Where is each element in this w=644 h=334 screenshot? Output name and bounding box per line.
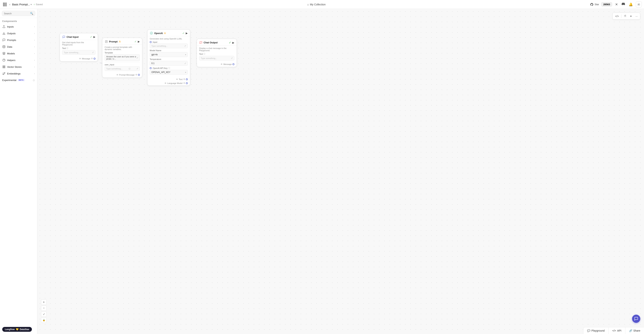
chevron-down-icon: ▾ bbox=[185, 54, 186, 56]
share-icon: 🔗 bbox=[629, 329, 632, 332]
eye-icon: 👁 bbox=[164, 82, 166, 84]
search-icon: 🔍 bbox=[30, 12, 33, 15]
play-button[interactable]: ▶ bbox=[232, 41, 234, 44]
chat-output-node[interactable]: Chat Output ✓ ▶ Display a chat message i… bbox=[197, 39, 237, 67]
input-label: Input bbox=[153, 41, 157, 43]
sidebar-item-vector-stores[interactable]: Vector Stores › bbox=[0, 63, 37, 70]
heart-icon: 💛 bbox=[16, 328, 19, 331]
discord-button[interactable] bbox=[621, 1, 626, 7]
port-label: Message bbox=[82, 57, 90, 60]
play-button[interactable]: ▶ bbox=[138, 40, 140, 43]
sidebar-item-models[interactable]: Models › bbox=[0, 50, 37, 57]
port-label: Message bbox=[223, 63, 232, 65]
node-body: Get chat inputs from the Playground. Tex… bbox=[60, 40, 98, 57]
node-description: Create a prompt template with dynamic va… bbox=[104, 46, 140, 50]
chat-input-node[interactable]: Chat Input ✓ ▶ Get chat inputs from the … bbox=[60, 33, 98, 61]
github-link[interactable]: Star bbox=[590, 3, 599, 6]
api-key-select[interactable]: OPENAI_API_KEY ▾ bbox=[150, 70, 188, 75]
svg-point-2 bbox=[6, 3, 6, 3]
sidebar-item-data[interactable]: Data › bbox=[0, 43, 37, 50]
sidebar-item-inputs[interactable]: Inputs › bbox=[0, 23, 37, 30]
zoom-controls: + − ⤢ 🔒 bbox=[41, 299, 46, 323]
play-button[interactable]: ▶ bbox=[186, 32, 188, 35]
sidebar-item-prompts[interactable]: Prompts › bbox=[0, 37, 37, 43]
sidebar-item-label: Inputs bbox=[7, 25, 14, 28]
user-input[interactable]: Type something... ◻ ⤢ bbox=[104, 66, 140, 71]
settings-button[interactable] bbox=[622, 13, 628, 19]
models-icon bbox=[2, 52, 6, 55]
chevron-right-icon: › bbox=[34, 32, 35, 34]
helpers-icon bbox=[2, 58, 6, 62]
canvas[interactable]: Chat Input ✓ ▶ Get chat inputs from the … bbox=[37, 9, 644, 334]
sidebar-item-helpers[interactable]: Helpers › bbox=[0, 57, 37, 63]
info-icon: ⓘ bbox=[66, 47, 68, 49]
node-body: Create a prompt template with dynamic va… bbox=[102, 44, 142, 73]
lm-output-port[interactable] bbox=[186, 82, 188, 84]
expand-icon: ⤢ bbox=[136, 57, 138, 59]
output-port[interactable] bbox=[138, 74, 140, 76]
template-input[interactable]: Answer the user as if you were a pirate.… bbox=[104, 54, 140, 61]
lm-port-label: Language Model bbox=[167, 82, 182, 84]
node-header: Chat Input ✓ ▶ bbox=[60, 33, 98, 40]
text-input[interactable]: Type something... ⤢ bbox=[199, 56, 234, 60]
sidebar-item-outputs[interactable]: Outputs › bbox=[0, 30, 37, 37]
node-description: Generates text using OpenAI LLMs. bbox=[150, 38, 188, 40]
app-logo bbox=[2, 2, 8, 7]
zoom-out-button[interactable]: − bbox=[41, 305, 46, 311]
search-input[interactable] bbox=[4, 12, 29, 15]
sidebar-item-label: Models bbox=[7, 52, 15, 55]
notification-button[interactable]: 🔔 bbox=[628, 2, 634, 7]
input-port[interactable] bbox=[150, 41, 152, 43]
settings-button[interactable] bbox=[636, 1, 642, 7]
chat-fab-button[interactable] bbox=[632, 315, 640, 323]
prompt-node[interactable]: Prompt ⚠ ✓ ▶ Create a prompt template wi… bbox=[102, 38, 142, 78]
node-header: OpenAI ⚠ ✓ ▶ bbox=[148, 30, 190, 36]
back-button[interactable]: ‹ bbox=[8, 2, 11, 7]
magic-button[interactable]: ✦ bbox=[628, 14, 633, 19]
chevron-right-icon: › bbox=[34, 25, 35, 28]
temp-label: Temperature bbox=[150, 58, 188, 60]
chevron-right-icon: › bbox=[34, 66, 35, 68]
play-button[interactable]: ▶ bbox=[94, 35, 96, 38]
api-key-port[interactable] bbox=[150, 67, 152, 69]
zoom-in-button[interactable]: + bbox=[41, 299, 46, 305]
api-button[interactable]: </> API bbox=[608, 327, 625, 334]
canvas-background[interactable]: Chat Input ✓ ▶ Get chat inputs from the … bbox=[37, 9, 644, 334]
search-box[interactable]: 🔍 bbox=[2, 11, 35, 16]
openai-icon bbox=[150, 31, 153, 35]
sidebar-item-label: Embeddings bbox=[7, 72, 20, 75]
output-port[interactable] bbox=[232, 63, 234, 65]
star-count[interactable]: 26563 bbox=[601, 2, 612, 6]
fullscreen-button[interactable]: ⤢ bbox=[41, 311, 46, 317]
lock-button[interactable]: 🔒 bbox=[41, 317, 46, 323]
node-description: Display a chat message in the Playground… bbox=[199, 47, 234, 52]
temp-input[interactable]: 0.1 ⤢ bbox=[150, 61, 188, 66]
x-button[interactable]: ✕ bbox=[614, 2, 619, 7]
text-port-label: Text bbox=[179, 78, 182, 80]
input-field[interactable]: Type something... ⤢ bbox=[150, 44, 188, 48]
project-selector[interactable]: Basic Prompt... ▾ bbox=[12, 3, 32, 6]
playground-button[interactable]: 💬 Playground bbox=[584, 327, 608, 334]
svg-point-28 bbox=[625, 15, 626, 16]
more-button[interactable]: ··· bbox=[634, 14, 639, 19]
experimental-label: Experimental bbox=[2, 79, 16, 82]
home-icon: ⌂ bbox=[307, 3, 309, 6]
svg-point-1 bbox=[4, 3, 5, 3]
text-output-port[interactable] bbox=[186, 78, 188, 80]
output-port[interactable] bbox=[94, 58, 96, 60]
api-icon: </> bbox=[612, 329, 616, 332]
topbar-left: ‹ Basic Prompt... ▾ ○ Saved bbox=[2, 2, 43, 7]
code-button[interactable]: </> bbox=[614, 14, 620, 19]
share-button[interactable]: 🔗 Share bbox=[625, 327, 644, 334]
settings-icon: ⚙ bbox=[135, 74, 137, 76]
sidebar-item-experimental[interactable]: Experimental BETA ◇ bbox=[0, 77, 37, 83]
sidebar-search-area: 🔍 bbox=[0, 9, 37, 18]
divider bbox=[621, 14, 622, 18]
svg-rect-19 bbox=[3, 67, 4, 68]
openai-node[interactable]: OpenAI ⚠ ✓ ▶ Generates text using OpenAI… bbox=[147, 29, 190, 86]
project-name: Basic Prompt... bbox=[12, 3, 30, 6]
model-select[interactable]: gpt-4o ▾ bbox=[150, 52, 188, 57]
sidebar-item-embeddings[interactable]: Embeddings › bbox=[0, 70, 37, 77]
expand-icon: ⤢ bbox=[184, 45, 186, 47]
text-input[interactable]: Type something... ⤢ bbox=[62, 50, 96, 55]
